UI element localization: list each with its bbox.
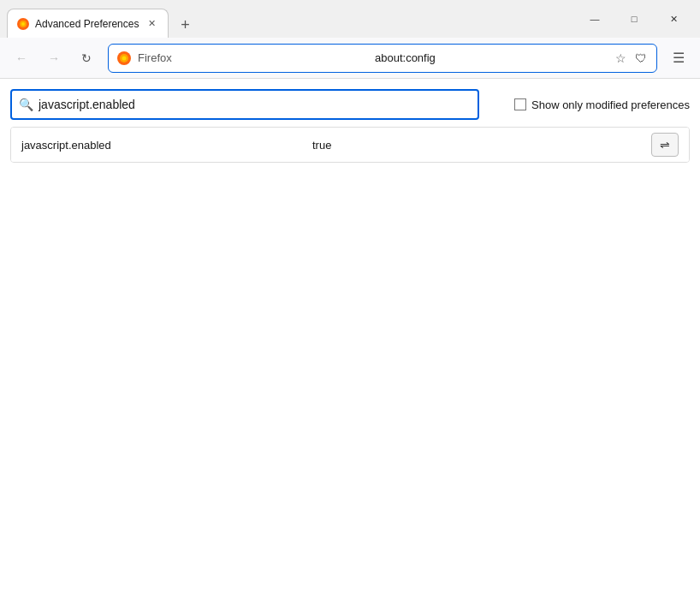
svg-point-5 (122, 56, 127, 60)
preferences-table: javascript.enabled true ⇌ (10, 127, 690, 163)
back-button[interactable]: ← (7, 44, 36, 73)
close-button[interactable]: ✕ (654, 5, 693, 33)
search-icon: 🔍 (19, 98, 33, 111)
preference-search-box[interactable]: 🔍 (10, 89, 479, 120)
minimize-button[interactable]: — (575, 5, 614, 33)
active-tab[interactable]: Advanced Preferences ✕ (7, 9, 169, 38)
show-modified-area: Show only modified preferences (489, 98, 690, 111)
tab-close-button[interactable]: ✕ (144, 16, 159, 32)
show-modified-checkbox[interactable] (514, 98, 526, 110)
shield-icon[interactable]: 🛡 (632, 50, 650, 67)
navigation-bar: ← → ↻ Firefox about:config ☆ 🛡 ☰ (0, 38, 700, 79)
address-bar[interactable]: Firefox about:config ☆ 🛡 (108, 44, 657, 73)
search-area: 🔍 Show only modified preferences (10, 89, 690, 120)
favorite-icon[interactable]: ☆ (612, 50, 629, 67)
menu-button[interactable]: ☰ (664, 44, 693, 73)
new-tab-button[interactable]: + (172, 12, 198, 38)
toggle-button[interactable]: ⇌ (651, 133, 679, 157)
svg-point-2 (21, 22, 25, 26)
address-bar-icons: ☆ 🛡 (612, 50, 650, 67)
search-input[interactable] (39, 98, 471, 111)
forward-button[interactable]: → (39, 44, 68, 73)
table-row: javascript.enabled true ⇌ (11, 128, 689, 162)
preference-actions: ⇌ (651, 133, 679, 157)
tab-strip: Advanced Preferences ✕ + (0, 0, 575, 38)
preference-value: true (312, 139, 651, 152)
window: Advanced Preferences ✕ + — □ ✕ ← → ↻ Fir… (0, 0, 700, 590)
maximize-button[interactable]: □ (614, 5, 654, 33)
title-bar: Advanced Preferences ✕ + — □ ✕ (0, 0, 700, 38)
window-controls: — □ ✕ (575, 0, 700, 38)
firefox-logo-icon (116, 50, 133, 67)
tab-favicon-icon (16, 17, 30, 31)
address-text: about:config (375, 51, 607, 64)
tab-title: Advanced Preferences (35, 18, 139, 30)
preference-name: javascript.enabled (21, 139, 312, 152)
refresh-button[interactable]: ↻ (72, 44, 101, 73)
firefox-label: Firefox (138, 51, 370, 64)
page-content: 🔍 Show only modified preferences javascr… (0, 79, 700, 590)
show-modified-label[interactable]: Show only modified preferences (531, 98, 690, 111)
